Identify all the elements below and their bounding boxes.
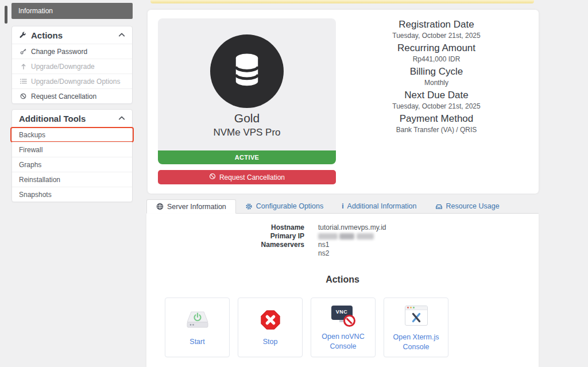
sidebar-item-upgrade-downgrade[interactable]: Upgrade/Downgrade (12, 59, 132, 74)
database-icon (229, 51, 265, 91)
product-tile-body: Gold NVMe VPS Pro (158, 18, 336, 150)
tab-resource-usage[interactable]: Resource Usage (426, 199, 509, 213)
list-icon (19, 78, 28, 84)
server-info-row-primary-ip: Primary IP (146, 232, 539, 241)
green-dot-icon (413, 307, 415, 308)
actions-section-title: Actions (146, 275, 539, 285)
sidebar-item-graphs[interactable]: Graphs (12, 157, 132, 172)
cogs-icon (245, 203, 253, 210)
chevron-up-icon[interactable] (118, 32, 125, 38)
ban-icon (209, 173, 216, 181)
tab-bar: Server Information Configurable Options … (146, 199, 539, 214)
sidebar-item-label: Firewall (19, 146, 42, 154)
sidebar-item-upgrade-downgrade-options[interactable]: Upgrade/Downgrade Options (12, 74, 132, 88)
tab-configurable-options[interactable]: Configurable Options (236, 199, 332, 213)
action-cards-row: Start Open noVNC Console Stop VNC (165, 298, 448, 357)
client-area-page: Information Actions Change Password Upgr… (0, 0, 588, 367)
status-badge: ACTIVE (158, 150, 336, 164)
tab-additional-information[interactable]: i Additional Information (332, 199, 425, 213)
product-plan: NVMe VPS Pro (158, 127, 336, 138)
product-overview-card: Gold NVMe VPS Pro ACTIVE Request Cancell… (148, 10, 539, 194)
open-novnc-console-button[interactable]: VNC Open noVNC Console (311, 298, 376, 357)
sidebar-panel-additional-tools: Additional Tools Backups Firewall Graphs… (11, 109, 133, 202)
detail-value: Monthly (345, 79, 528, 87)
server-info-row-hostname: Hostname tutorial.nvmevps.my.id (146, 223, 539, 232)
sidebar-header-information: Information (11, 3, 133, 19)
nameservers-label-spacer (146, 249, 304, 258)
sidebar-panel-actions: Actions Change Password Upgrade/Downgrad… (11, 26, 133, 104)
sidebar-item-label: Backups (19, 131, 45, 139)
actions-panel-header[interactable]: Actions (12, 26, 132, 44)
additional-tools-panel-header[interactable]: Additional Tools (12, 110, 132, 127)
redaction-block (339, 233, 354, 239)
billing-details: Registration Date Tuesday, October 21st,… (345, 19, 528, 137)
power-icon (185, 308, 210, 332)
detail-label: Payment Method (345, 113, 528, 125)
ban-badge-icon (343, 315, 355, 327)
detail-value: Bank Transfer (VA) / QRIS (345, 126, 528, 134)
server-information-panel: Hostname tutorial.nvmevps.my.id Primary … (146, 214, 539, 367)
key-icon (19, 48, 28, 55)
nameserver-1: ns1 (318, 241, 329, 249)
red-dot-icon (407, 307, 409, 308)
sidebar-item-label: Reinstallation (19, 176, 60, 184)
sidebar-item-label: Request Cancellation (31, 92, 96, 101)
tab-label: Resource Usage (446, 199, 500, 213)
sidebar-item-snapshots[interactable]: Snapshots (12, 187, 132, 202)
resource-usage-icon (435, 203, 443, 210)
stop-button[interactable]: Open noVNC Console Stop (238, 298, 303, 357)
sidebar-item-request-cancellation[interactable]: Request Cancellation (12, 88, 132, 103)
action-card-label: Open noVNC Console (311, 332, 375, 351)
detail-value: Tuesday, October 21st, 2025 (345, 32, 528, 40)
sidebar-item-label: Upgrade/Downgrade Options (31, 78, 120, 86)
wrench-icon (19, 32, 26, 39)
sidebar-item-change-password[interactable]: Change Password (12, 44, 132, 59)
sidebar-item-label: Upgrade/Downgrade (31, 63, 95, 71)
info-icon: i (342, 199, 343, 213)
product-name: Gold (158, 111, 336, 125)
ban-icon (19, 93, 28, 99)
sidebar-item-label: Snapshots (19, 191, 52, 199)
redaction-block (318, 233, 338, 239)
sidebar-item-backups[interactable]: Backups (12, 127, 132, 142)
alert-strip (150, 0, 534, 3)
xterm-x-logo (405, 310, 427, 325)
nameservers-label: Nameservers (146, 241, 304, 249)
action-card-label: Start (186, 337, 208, 346)
request-cancellation-label: Request Cancellation (219, 173, 285, 181)
detail-label: Next Due Date (345, 90, 528, 101)
scroll-notch (5, 6, 7, 24)
detail-value: Rp441,000 IDR (345, 56, 528, 63)
start-button[interactable]: Start (165, 298, 230, 357)
yellow-dot-icon (410, 307, 412, 308)
stop-icon (260, 308, 281, 332)
action-card-label: Open Xterm.js Console (384, 333, 448, 351)
redaction-block (357, 233, 374, 239)
request-cancellation-button[interactable]: Request Cancellation (158, 170, 336, 184)
actions-panel-title: Actions (31, 30, 63, 40)
chevron-up-icon[interactable] (118, 115, 125, 122)
tab-label: Additional Information (347, 199, 417, 213)
vnc-icon: VNC (330, 304, 357, 327)
sidebar-item-firewall[interactable]: Firewall (12, 142, 132, 157)
globe-icon (156, 203, 164, 210)
additional-tools-panel-title: Additional Tools (19, 114, 86, 123)
detail-label: Billing Cycle (345, 66, 528, 78)
product-logo-circle (210, 34, 284, 108)
server-info-row-nameserver-2: ns2 (146, 249, 539, 258)
sidebar-item-reinstallation[interactable]: Reinstallation (12, 172, 132, 187)
open-xterm-console-button[interactable]: Open Xterm.js Console (384, 298, 448, 357)
arrow-up-icon (19, 63, 28, 69)
browser-window-icon (405, 306, 428, 326)
server-info-row-nameservers: Nameservers ns1 (146, 241, 539, 249)
action-card-label: Stop (260, 337, 281, 346)
tab-label: Configurable Options (256, 199, 323, 213)
detail-label: Recurring Amount (345, 43, 528, 54)
tab-server-information[interactable]: Server Information (146, 199, 236, 214)
hostname-label: Hostname (146, 223, 304, 232)
sidebar-item-label: Change Password (31, 48, 87, 56)
detail-value: Tuesday, October 21st, 2025 (345, 103, 528, 110)
server-info-table: Hostname tutorial.nvmevps.my.id Primary … (146, 223, 539, 258)
nameserver-2: ns2 (318, 249, 329, 258)
terminal-window-icon (405, 303, 428, 327)
